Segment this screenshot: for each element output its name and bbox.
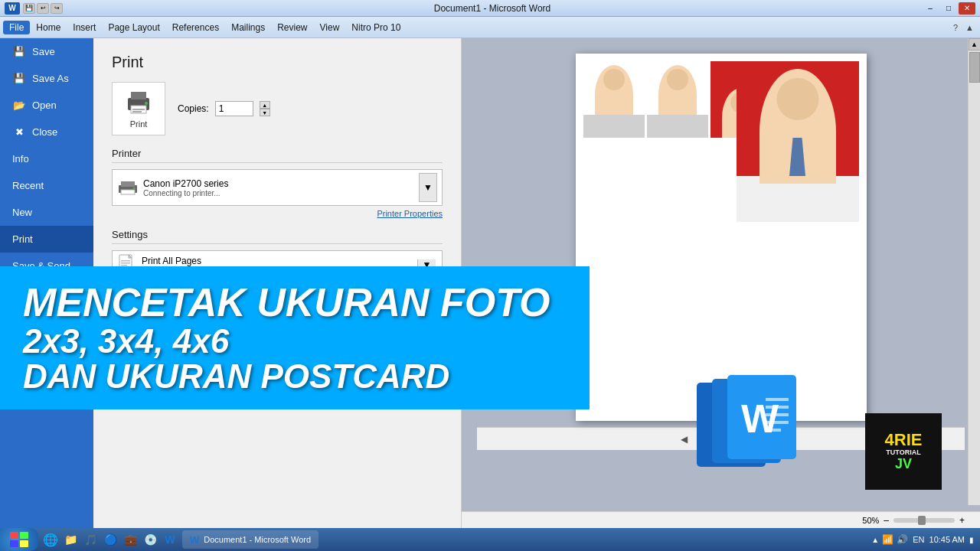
save-as-icon: 💾 — [12, 73, 26, 84]
taskbar-word-icon: W — [190, 534, 199, 546]
zoom-slider[interactable] — [893, 518, 955, 523]
taskbar-ie-icon[interactable]: 🌐 — [41, 530, 60, 549]
print-btn-label: Print — [130, 119, 148, 129]
zoom-out-btn[interactable]: – — [884, 515, 889, 526]
menu-review[interactable]: Review — [271, 21, 313, 34]
copies-up-btn[interactable]: ▲ — [260, 101, 270, 109]
sidebar-item-save[interactable]: 💾 Save — [0, 38, 93, 65]
menu-nitro[interactable]: Nitro Pro 10 — [345, 21, 407, 34]
show-desktop-btn[interactable]: ▮ — [969, 536, 974, 544]
ribbon-help-icons: ? ▲ — [950, 21, 977, 34]
quick-save-icon[interactable]: 💾 — [23, 3, 35, 14]
start-button[interactable] — [0, 528, 38, 551]
svg-rect-1 — [131, 92, 146, 99]
printer-status-text: Connecting to printer... — [143, 189, 228, 197]
copies-spinner: ▲ ▼ — [260, 101, 270, 116]
copies-label: Copies: — [178, 103, 209, 114]
menu-references[interactable]: References — [166, 21, 225, 34]
scroll-thumb[interactable] — [969, 52, 980, 83]
svg-rect-12 — [121, 260, 130, 262]
svg-rect-13 — [121, 262, 130, 264]
taskbar-folder2-icon[interactable]: 💼 — [121, 530, 139, 549]
copies-row: Copies: ▲ ▼ — [178, 101, 270, 116]
taskbar-word-label: Document1 - Microsoft Word — [204, 535, 311, 544]
svg-rect-20 — [766, 406, 789, 409]
menu-view[interactable]: View — [314, 21, 346, 34]
menu-home[interactable]: Home — [30, 21, 67, 34]
taskbar-chrome-icon[interactable]: 🔵 — [101, 530, 119, 549]
copies-input[interactable] — [215, 101, 253, 116]
quick-redo-icon[interactable]: ↪ — [51, 3, 63, 14]
printer-name: Canon iP2700 series Connecting to printe… — [143, 178, 228, 197]
svg-rect-8 — [121, 190, 135, 194]
menu-page-layout[interactable]: Page Layout — [102, 21, 165, 34]
print-all-pages-label: Print All Pages — [142, 256, 227, 266]
window-controls: – □ ✕ — [922, 2, 975, 15]
sidebar-item-info[interactable]: Info — [0, 145, 93, 172]
open-icon: 📂 — [12, 100, 26, 111]
printer-properties-link[interactable]: Printer Properties — [112, 209, 443, 218]
taskbar-explorer-icon[interactable]: 📁 — [61, 530, 80, 549]
title-bar-left: W 💾 ↩ ↪ — [5, 2, 63, 15]
svg-rect-24 — [10, 532, 18, 539]
windows-logo-icon — [10, 532, 28, 547]
taskbar-quick-launch: 🌐 📁 🎵 🔵 💼 💿 W — [38, 530, 182, 549]
printer-section-label: Printer — [112, 148, 443, 163]
sidebar-item-open[interactable]: 📂 Open — [0, 92, 93, 119]
menu-insert[interactable]: Insert — [67, 21, 102, 34]
menu-mailings[interactable]: Mailings — [225, 21, 271, 34]
menu-bar: File Home Insert Page Layout References … — [0, 17, 980, 38]
svg-rect-21 — [766, 413, 789, 416]
print-icon-row: Print Copies: ▲ ▼ — [112, 82, 443, 135]
maximize-button[interactable]: □ — [940, 2, 957, 15]
menu-file[interactable]: File — [3, 21, 30, 34]
printer-info: Canon iP2700 series Connecting to printe… — [117, 178, 419, 197]
banner-line2: 2x3, 3x4, 4x6 — [23, 324, 567, 359]
scroll-up-btn[interactable]: ▲ — [969, 38, 981, 51]
svg-text:W: W — [741, 396, 779, 441]
banner-line1: MENCETAK UKURAN FOTO — [23, 282, 567, 324]
taskbar-mediaplayer-icon[interactable]: 🎵 — [81, 530, 100, 549]
overlay-banner: MENCETAK UKURAN FOTO 2x3, 3x4, 4x6 DAN U… — [0, 266, 590, 409]
printer-small-icon — [117, 180, 139, 195]
network-icon: 📶 — [882, 534, 893, 545]
taskbar-word2-icon[interactable]: W — [161, 530, 179, 549]
photo-large — [737, 61, 859, 222]
sidebar-item-close[interactable]: ✖ Close — [0, 119, 93, 145]
zoom-in-btn[interactable]: + — [959, 515, 965, 526]
printer-select-row: Canon iP2700 series Connecting to printe… — [112, 169, 443, 206]
sidebar-item-recent[interactable]: Recent — [0, 172, 93, 199]
photo-small-1 — [583, 61, 645, 138]
taskbar-right: ▲ 📶 🔊 EN 10:45 AM ▮ — [871, 534, 980, 545]
help-icon[interactable]: ? — [950, 21, 961, 34]
quick-undo-icon[interactable]: ↩ — [37, 3, 49, 14]
zoom-slider-thumb — [918, 516, 926, 525]
svg-rect-22 — [766, 421, 789, 424]
scroll-bar: ▲ — [968, 38, 980, 505]
window-title: Document1 - Microsoft Word — [63, 3, 922, 14]
taskbar-word-task[interactable]: W Document1 - Microsoft Word — [182, 530, 318, 549]
close-button[interactable]: ✕ — [959, 2, 975, 15]
svg-point-3 — [145, 102, 148, 105]
title-bar: W 💾 ↩ ↪ Document1 - Microsoft Word – □ ✕ — [0, 0, 980, 17]
taskbar-disk-icon[interactable]: 💿 — [141, 530, 159, 549]
tray-arrow[interactable]: ▲ — [871, 536, 879, 544]
svg-point-9 — [133, 187, 136, 190]
save-icon: 💾 — [12, 47, 26, 57]
svg-rect-23 — [766, 429, 781, 432]
minimize-button[interactable]: – — [922, 2, 939, 15]
title-toolbar-icons: 💾 ↩ ↪ — [23, 3, 63, 14]
ribbon-toggle-icon[interactable]: ▲ — [962, 21, 977, 34]
svg-rect-19 — [766, 398, 789, 401]
printer-name-row: Canon iP2700 series Connecting to printe… — [117, 178, 419, 197]
sidebar-item-print[interactable]: Print — [0, 226, 93, 253]
svg-rect-5 — [132, 111, 142, 112]
sidebar-item-new[interactable]: New — [0, 199, 93, 226]
printer-dropdown-btn[interactable]: ▼ — [419, 173, 437, 202]
copies-down-btn[interactable]: ▼ — [260, 109, 270, 116]
sidebar-item-save-as[interactable]: 💾 Save As — [0, 65, 93, 92]
settings-section-label: Settings — [112, 229, 443, 244]
svg-rect-26 — [10, 540, 18, 547]
print-button[interactable]: Print — [112, 82, 165, 135]
printer-icon — [125, 89, 152, 116]
